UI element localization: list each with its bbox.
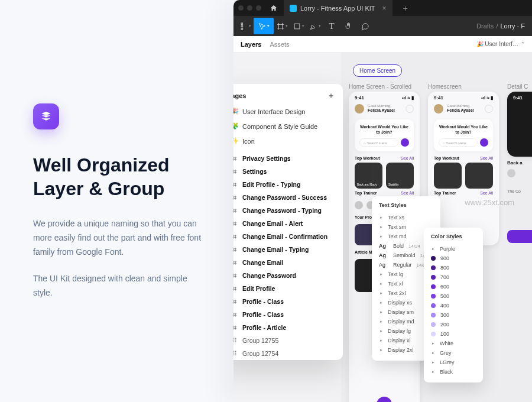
tab-assets[interactable]: Assets bbox=[270, 41, 289, 48]
layer-item[interactable]: ⌗Change Email bbox=[233, 256, 343, 269]
layer-item[interactable]: ⌗Privacy Settings bbox=[233, 152, 343, 165]
frame-icon: ⌗ bbox=[233, 260, 238, 265]
page-item[interactable]: 🎉User Interface Design bbox=[233, 104, 343, 119]
tab-layers[interactable]: Layers bbox=[241, 41, 261, 48]
browser-tab[interactable]: Lorry - Fitness App UI KIT × bbox=[284, 0, 392, 16]
frame-icon: ⌗ bbox=[233, 299, 238, 304]
new-tab-button[interactable]: + bbox=[403, 4, 408, 13]
titlebar: Lorry - Fitness App UI KIT × + bbox=[233, 0, 532, 16]
marketing-desc-2: The UI Kit designed with clean and simpl… bbox=[33, 272, 205, 300]
bell-icon bbox=[406, 105, 414, 113]
tab-title: Lorry - Fitness App UI KIT bbox=[300, 5, 375, 12]
layer-item[interactable]: ⌗Profile - Class bbox=[233, 308, 343, 321]
search-input: ⌕ Search Here bbox=[359, 138, 398, 147]
color-swatch-item[interactable]: 800 bbox=[431, 263, 476, 273]
breadcrumb[interactable]: Drafts/Lorry - F bbox=[476, 22, 525, 30]
frame-icon: ⌗ bbox=[233, 286, 238, 291]
breadcrumb-root: Drafts bbox=[476, 22, 494, 30]
frame-icon: ⌗ bbox=[233, 168, 238, 174]
purple-button bbox=[507, 230, 532, 243]
color-group-item[interactable]: ▸Grey bbox=[431, 348, 476, 358]
plus-icon[interactable] bbox=[327, 92, 335, 99]
breadcrumb-current: Lorry - F bbox=[500, 22, 525, 30]
design-tool-window: Lorry - Fitness App UI KIT × + ▾ ▾ ▾ ▾ ▾… bbox=[233, 0, 532, 402]
page-item[interactable]: ✨Icon bbox=[233, 134, 343, 148]
layer-item[interactable]: ⌗Change Password - Success bbox=[233, 191, 343, 204]
frame-icon: ⌗ bbox=[233, 247, 238, 252]
close-icon[interactable]: × bbox=[382, 4, 387, 12]
color-swatch-item[interactable]: 600 bbox=[431, 282, 476, 291]
layer-item[interactable]: ⌗Profile - Article bbox=[233, 321, 343, 334]
artboard-label[interactable]: Detail C bbox=[507, 83, 528, 90]
text-style-item[interactable]: ▸Text xs bbox=[379, 213, 433, 222]
frame-icon: ⌗ bbox=[233, 325, 238, 330]
canvas[interactable]: Home Screen Home Screen - Scrolled 9:41•… bbox=[341, 53, 532, 402]
layer-item[interactable]: ⌗Change Email - Confirmation bbox=[233, 230, 343, 243]
filter-icon bbox=[401, 138, 409, 147]
frame-icon: ⌗ bbox=[233, 194, 238, 200]
page-item[interactable]: 🧩Component & Style Guide bbox=[233, 119, 343, 134]
panel-title: Text Styles bbox=[379, 202, 433, 208]
group-item[interactable]: ⠿Group 12754 bbox=[233, 347, 343, 360]
color-group-item[interactable]: ▸Black bbox=[431, 367, 476, 377]
shape-tool-button[interactable]: ▾ bbox=[290, 18, 307, 34]
layer-item[interactable]: ⌗Edit Profile - Typing bbox=[233, 178, 343, 191]
pen-tool-button[interactable]: ▾ bbox=[307, 18, 323, 34]
color-swatch-item[interactable]: 200 bbox=[431, 320, 476, 329]
color-styles-panel[interactable]: Color Styles ▸Purple 9008007006005004003… bbox=[424, 228, 483, 382]
artboard-label[interactable]: Homescreen bbox=[428, 83, 462, 90]
artboard-label[interactable]: Home Screen - Scrolled bbox=[349, 83, 411, 90]
svg-rect-0 bbox=[241, 22, 243, 24]
page-dropdown[interactable]: 🎉 User Interf… ⌃ bbox=[476, 41, 525, 47]
layer-item[interactable]: ⌗Change Email - Alert bbox=[233, 217, 343, 230]
frame-icon: ⌗ bbox=[233, 181, 238, 187]
color-swatch-item[interactable]: 900 bbox=[431, 254, 476, 263]
main-menu-button[interactable]: ▾ bbox=[237, 18, 254, 34]
close-dot[interactable] bbox=[238, 5, 244, 11]
max-dot[interactable] bbox=[256, 5, 261, 11]
layer-item[interactable]: ⌗Edit Profile bbox=[233, 282, 343, 295]
frame-tool-button[interactable]: ▾ bbox=[274, 18, 290, 34]
color-group-item[interactable]: ▸White bbox=[431, 339, 476, 348]
layer-item[interactable]: ⌗Settings bbox=[233, 165, 343, 178]
frame-icon: ⌗ bbox=[233, 221, 238, 226]
frame-icon: ⌗ bbox=[233, 208, 238, 213]
marketing-desc-1: We provide a unique naming so that you c… bbox=[33, 217, 205, 259]
group-item[interactable]: ⠿Group 12755 bbox=[233, 334, 343, 347]
marketing-column: Well Organized Layer & Group We provide … bbox=[33, 103, 205, 300]
group-icon: ⠿ bbox=[233, 351, 238, 356]
frame-icon: ⌗ bbox=[233, 312, 238, 317]
layer-item[interactable]: ⌗Change Password - Typing bbox=[233, 204, 343, 217]
home-icon[interactable] bbox=[270, 4, 278, 12]
frame-icon: ⌗ bbox=[233, 155, 238, 161]
frame-icon: ⌗ bbox=[233, 273, 238, 278]
section-badge[interactable]: Home Screen bbox=[353, 64, 402, 77]
color-swatch-item[interactable]: 500 bbox=[431, 291, 476, 301]
move-tool-button[interactable]: ▾ bbox=[254, 18, 274, 34]
text-tool-button[interactable]: T bbox=[323, 18, 340, 34]
file-icon bbox=[290, 5, 297, 12]
traffic-lights bbox=[238, 5, 261, 11]
color-swatch-item[interactable]: 100 bbox=[431, 329, 476, 339]
pages-title: Pages bbox=[233, 92, 246, 99]
logo-icon bbox=[33, 103, 59, 129]
layer-item[interactable]: ⌗Change Password bbox=[233, 269, 343, 282]
min-dot[interactable] bbox=[247, 5, 252, 11]
color-swatch-item[interactable]: 700 bbox=[431, 273, 476, 282]
fab-plus-icon: + bbox=[377, 397, 392, 402]
layer-item[interactable]: ⌗Change Email - Typing bbox=[233, 243, 343, 256]
detail-below: Back a The Co bbox=[507, 160, 532, 193]
avatar bbox=[355, 104, 364, 114]
artboard-detail[interactable]: 9:41 bbox=[507, 92, 532, 157]
side-panel-tabs: Layers Assets 🎉 User Interf… ⌃ bbox=[233, 36, 532, 53]
svg-rect-1 bbox=[241, 25, 243, 27]
pages-panel[interactable]: Pages 🎉User Interface Design🧩Component &… bbox=[233, 84, 343, 360]
comment-tool-button[interactable] bbox=[356, 18, 373, 34]
color-swatch-item[interactable]: 300 bbox=[431, 310, 476, 320]
layer-item[interactable]: ⌗Profile - Class bbox=[233, 295, 343, 308]
panel-title: Color Styles bbox=[431, 234, 476, 239]
hand-tool-button[interactable] bbox=[340, 18, 356, 34]
watermark: www.25xt.com bbox=[465, 198, 514, 207]
color-group-item[interactable]: ▸LGrey bbox=[431, 358, 476, 367]
color-swatch-item[interactable]: 400 bbox=[431, 301, 476, 310]
